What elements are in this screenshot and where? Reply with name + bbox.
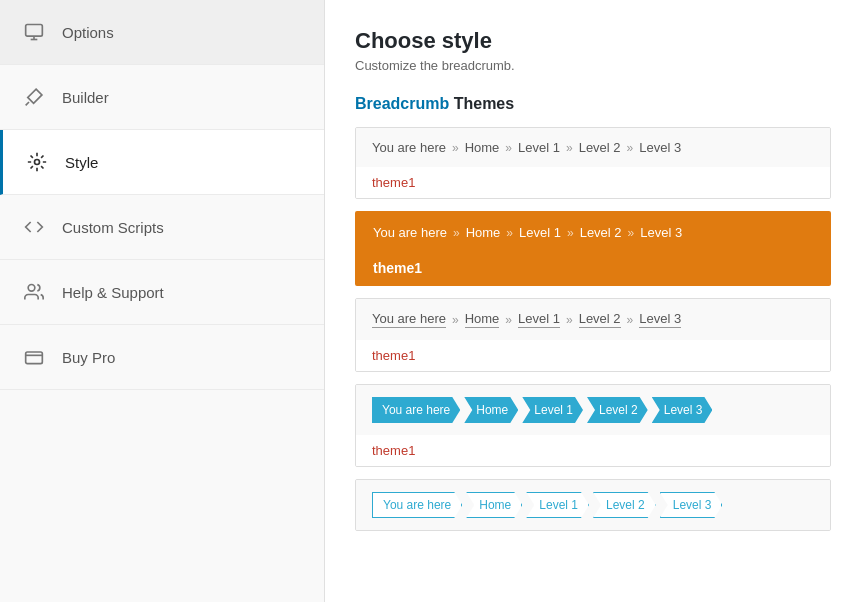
page-title: Choose style <box>355 28 831 54</box>
theme-preview-4: You are here Home Level 1 Level 2 Level … <box>356 385 830 435</box>
sidebar-item-help-support[interactable]: Help & Support <box>0 260 324 325</box>
sidebar-label-options: Options <box>62 24 114 41</box>
sidebar-label-builder: Builder <box>62 89 109 106</box>
sidebar-label-help-support: Help & Support <box>62 284 164 301</box>
sidebar-item-buy-pro[interactable]: Buy Pro <box>0 325 324 390</box>
main-content: Choose style Customize the breadcrumb. B… <box>325 0 861 602</box>
section-title-dark: Themes <box>449 95 514 112</box>
bc-you-are-here-3: You are here <box>372 311 446 328</box>
svg-point-4 <box>28 285 35 292</box>
theme-label-3: theme1 <box>356 340 830 371</box>
theme-preview-3: You are here » Home » Level 1 » Level 2 … <box>356 299 830 340</box>
sidebar-item-style[interactable]: Style <box>0 130 324 195</box>
svg-point-3 <box>35 160 40 165</box>
sidebar-item-custom-scripts[interactable]: Custom Scripts <box>0 195 324 260</box>
sidebar-item-builder[interactable]: Builder <box>0 65 324 130</box>
theme-card-5[interactable]: You are here Home Level 1 Level 2 Level … <box>355 479 831 531</box>
theme-card-4[interactable]: You are here Home Level 1 Level 2 Level … <box>355 384 831 467</box>
options-icon <box>20 18 48 46</box>
theme-card-1[interactable]: You are here » Home » Level 1 » Level 2 … <box>355 127 831 199</box>
help-support-icon <box>20 278 48 306</box>
sidebar-item-options[interactable]: Options <box>0 0 324 65</box>
section-title: Breadcrumb Themes <box>355 95 831 113</box>
style-icon <box>23 148 51 176</box>
arrow-you-are-here-4: You are here <box>372 397 460 423</box>
theme-preview-1: You are here » Home » Level 1 » Level 2 … <box>356 128 830 167</box>
sidebar-label-style: Style <box>65 154 98 171</box>
svg-rect-0 <box>26 25 43 37</box>
builder-icon <box>20 83 48 111</box>
page-subtitle: Customize the breadcrumb. <box>355 58 831 73</box>
bc-you-are-here-1: You are here <box>372 140 446 155</box>
sidebar-label-buy-pro: Buy Pro <box>62 349 115 366</box>
theme-card-3[interactable]: You are here » Home » Level 1 » Level 2 … <box>355 298 831 372</box>
theme-label-2: theme1 <box>357 252 829 284</box>
section-title-blue: Breadcrumb <box>355 95 449 112</box>
buy-pro-icon <box>20 343 48 371</box>
theme-label-4: theme1 <box>356 435 830 466</box>
custom-scripts-icon <box>20 213 48 241</box>
sidebar: Options Builder Style Custom Scripts Hel… <box>0 0 325 602</box>
svg-rect-5 <box>26 352 43 364</box>
theme-preview-5: You are here Home Level 1 Level 2 Level … <box>356 480 830 530</box>
arrow-you-are-here-5: You are here <box>372 492 462 518</box>
theme-preview-2: You are here » Home » Level 1 » Level 2 … <box>357 213 829 252</box>
bc-you-are-here-2: You are here <box>373 225 447 240</box>
sidebar-label-custom-scripts: Custom Scripts <box>62 219 164 236</box>
theme-card-2[interactable]: You are here » Home » Level 1 » Level 2 … <box>355 211 831 286</box>
theme-label-1: theme1 <box>356 167 830 198</box>
